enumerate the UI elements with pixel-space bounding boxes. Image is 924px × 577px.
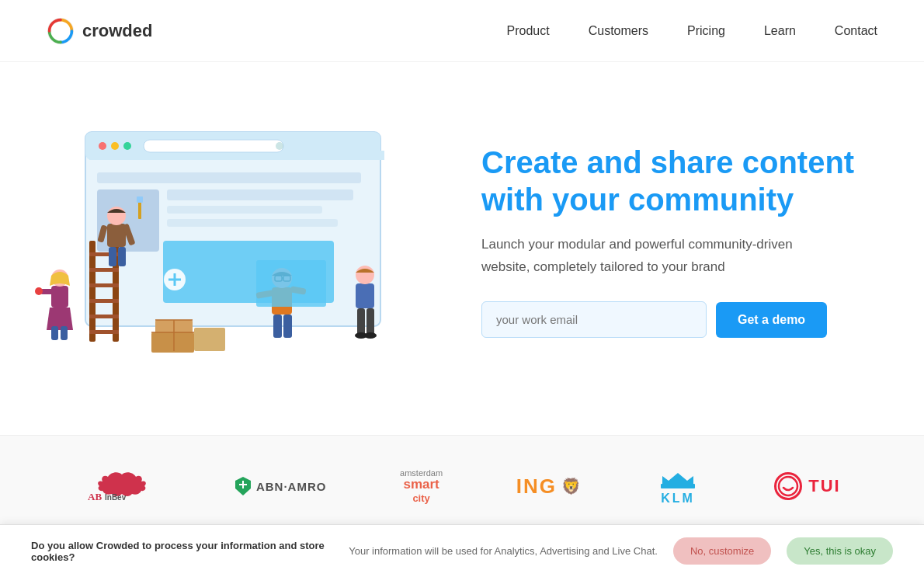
logo-amsterdam-smart-city: amsterdam smart city <box>400 468 443 504</box>
hero-content: Create and share content with your commu… <box>435 144 877 339</box>
svg-rect-52 <box>357 308 365 335</box>
svg-rect-66 <box>661 484 695 488</box>
ing-lion-icon: 🦁 <box>561 477 581 495</box>
nav-product[interactable]: Product <box>507 24 550 38</box>
svg-rect-49 <box>256 260 326 307</box>
svg-rect-11 <box>167 189 353 200</box>
tui-smile-icon <box>774 472 802 500</box>
cookie-question: Do you allow Crowded to process your inf… <box>31 540 333 563</box>
svg-rect-25 <box>89 330 119 334</box>
email-input[interactable] <box>481 301 707 338</box>
svg-rect-22 <box>89 283 119 287</box>
logos-section: AB InBev ABN·AMRO amsterdam smart city I… <box>0 435 924 537</box>
logo-abinbev: AB InBev <box>83 471 161 502</box>
svg-rect-37 <box>61 326 68 340</box>
hero-title: Create and share content with your commu… <box>481 144 877 218</box>
nav-pricing[interactable]: Pricing <box>687 24 725 38</box>
asc-bottom-text: city <box>400 492 443 504</box>
svg-rect-10 <box>97 189 159 252</box>
cookie-no-button[interactable]: No, customize <box>673 537 771 565</box>
svg-text:AB: AB <box>88 491 102 502</box>
svg-rect-21 <box>89 268 119 272</box>
svg-rect-34 <box>51 286 68 308</box>
tui-text: TUI <box>808 476 840 496</box>
nav-learn[interactable]: Learn <box>764 24 796 38</box>
tui-smile-svg <box>777 475 799 497</box>
svg-rect-28 <box>109 247 116 266</box>
logo-text: crowded <box>82 21 152 41</box>
cookie-yes-button[interactable]: Yes, this is okay <box>787 537 893 565</box>
svg-rect-57 <box>151 332 194 353</box>
svg-rect-65 <box>242 481 244 488</box>
logo-tui: TUI <box>774 472 840 500</box>
hero-section: Create and share content with your commu… <box>0 62 924 435</box>
svg-rect-9 <box>97 172 361 183</box>
svg-rect-23 <box>89 299 119 303</box>
svg-rect-53 <box>366 308 374 335</box>
svg-text:KLM: KLM <box>661 492 695 505</box>
svg-rect-13 <box>167 219 338 227</box>
header: crowded Product Customers Pricing Learn … <box>0 0 924 62</box>
asc-main-text: smart <box>400 478 443 492</box>
logo-area[interactable]: crowded <box>47 17 152 45</box>
nav-customers[interactable]: Customers <box>589 24 648 38</box>
hero-illustration <box>31 109 435 373</box>
svg-rect-12 <box>167 206 322 214</box>
hero-svg <box>31 109 435 373</box>
svg-point-51 <box>356 266 374 284</box>
svg-rect-46 <box>283 315 292 338</box>
svg-rect-29 <box>118 247 126 266</box>
svg-rect-7 <box>144 140 283 152</box>
svg-rect-24 <box>89 315 119 318</box>
svg-point-8 <box>276 142 283 150</box>
svg-point-4 <box>99 142 106 150</box>
svg-text:InBev: InBev <box>105 493 127 502</box>
svg-rect-45 <box>273 315 282 338</box>
cookie-info: Your information will be used for Analyt… <box>349 545 658 557</box>
get-demo-button[interactable]: Get a demo <box>716 302 827 338</box>
nav-contact[interactable]: Contact <box>835 24 877 38</box>
svg-rect-36 <box>51 326 58 340</box>
logo-klm: KLM <box>655 467 701 506</box>
abn-shield-svg <box>234 476 252 496</box>
logo-ing: ING 🦁 <box>516 474 581 499</box>
hero-description: Launch your modular and powerful communi… <box>481 234 808 279</box>
svg-rect-32 <box>138 200 141 219</box>
svg-rect-50 <box>356 283 374 308</box>
cookie-bar: Do you allow Crowded to process your inf… <box>0 524 924 577</box>
svg-rect-33 <box>137 196 143 203</box>
main-nav: Product Customers Pricing Learn Contact <box>507 24 877 38</box>
ing-text: ING <box>516 474 557 499</box>
logo-abn-amro: ABN·AMRO <box>234 476 327 496</box>
abn-amro-text: ABN·AMRO <box>256 480 327 493</box>
svg-point-6 <box>123 142 131 150</box>
svg-point-5 <box>111 142 119 150</box>
abinbev-svg: AB InBev <box>83 471 161 502</box>
svg-rect-58 <box>194 328 225 351</box>
klm-svg: KLM <box>655 467 701 506</box>
svg-point-68 <box>779 477 797 495</box>
hero-form: Get a demo <box>481 301 877 338</box>
svg-point-55 <box>364 332 377 339</box>
crowded-logo-icon <box>47 17 75 45</box>
svg-point-39 <box>35 287 43 295</box>
